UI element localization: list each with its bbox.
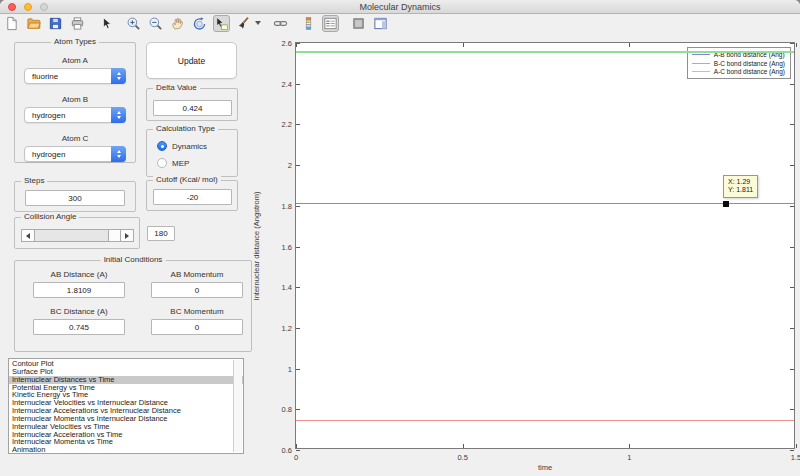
list-items: Contour PlotSurface PlotInternuclear Dis… xyxy=(9,360,243,454)
x-tick-mark xyxy=(463,444,464,448)
y-tick-mark xyxy=(296,369,300,370)
legend-icon[interactable] xyxy=(322,15,339,32)
print-icon[interactable] xyxy=(69,15,86,32)
y-tick-mark xyxy=(296,124,300,125)
steps-field[interactable]: 300 xyxy=(25,190,125,206)
ic-label: AB Distance (A) xyxy=(51,270,108,279)
y-tick-mark xyxy=(296,328,300,329)
save-icon[interactable] xyxy=(47,15,64,32)
y-tick-label: 1 xyxy=(267,365,292,374)
y-tick-mark xyxy=(296,450,300,451)
radio-dynamics[interactable]: Dynamics xyxy=(157,141,237,151)
brush-icon[interactable] xyxy=(235,15,252,32)
x-tick-mark xyxy=(796,444,797,448)
y-tick-label: 2 xyxy=(267,161,292,170)
cutoff-title: Cutoff (Kcal/ mol) xyxy=(153,175,221,184)
new-file-icon[interactable] xyxy=(3,15,20,32)
ic-cell: BC Momentum0 xyxy=(151,307,243,335)
window-title: Molecular Dynamics xyxy=(0,0,800,14)
x-tick-mark xyxy=(629,43,630,47)
slider-track[interactable] xyxy=(35,230,120,241)
a-c-bond-distance-ang-swatch xyxy=(692,71,710,72)
slider-thumb[interactable] xyxy=(108,230,120,241)
atom-c-select[interactable]: hydrogen xyxy=(24,146,126,162)
atom-types-panel: Atom Types Atom AfluorineAtom BhydrogenA… xyxy=(14,42,136,163)
pan-hand-icon[interactable] xyxy=(169,15,186,32)
radio-label: MEP xyxy=(172,159,189,168)
radio-icon xyxy=(157,141,167,151)
cutoff-panel: Cutoff (Kcal/ mol) -20 xyxy=(146,180,238,211)
left-triangle-icon xyxy=(26,233,30,239)
atom-label: Atom A xyxy=(62,56,88,65)
colorbar-icon[interactable] xyxy=(300,15,317,32)
select-value: fluorine xyxy=(32,72,58,81)
slider-right-arrow[interactable] xyxy=(120,230,133,241)
link-plots-icon[interactable] xyxy=(272,15,289,32)
atom-b-select[interactable]: hydrogen xyxy=(24,107,126,123)
delta-value-field[interactable]: 0.424 xyxy=(153,100,232,116)
list-item[interactable]: Animation xyxy=(9,446,243,454)
arrow-cursor-icon[interactable] xyxy=(97,15,114,32)
calculation-type-panel: Calculation Type DynamicsMEP xyxy=(146,129,238,177)
toolbar-group xyxy=(300,15,339,32)
toolbar-group xyxy=(3,15,86,32)
select-value: hydrogen xyxy=(32,111,65,120)
update-button[interactable]: Update xyxy=(146,42,237,79)
zoom-out-icon[interactable] xyxy=(147,15,164,32)
y-tick-mark xyxy=(296,287,300,288)
y-tick-mark xyxy=(296,247,300,248)
bc-momentum-field[interactable]: 0 xyxy=(151,319,243,335)
initial-conditions-panel: Initial Conditions AB Distance (A)1.8109… xyxy=(14,260,252,352)
y-tick-mark xyxy=(790,43,794,44)
y-tick-mark xyxy=(790,165,794,166)
collision-angle-slider[interactable] xyxy=(21,229,134,242)
atom-label: Atom B xyxy=(62,95,88,104)
a-b-bond-distance-ang-swatch xyxy=(692,54,710,55)
dock-figure-icon[interactable] xyxy=(372,15,389,32)
steps-panel: Steps 300 xyxy=(14,181,136,212)
bc-distance-a-field[interactable]: 0.745 xyxy=(33,319,125,335)
title-bar[interactable]: Molecular Dynamics xyxy=(0,0,800,14)
list-scrollbar[interactable] xyxy=(233,360,242,452)
plot-axes[interactable]: Internuclear distance (Angstrom) time A-… xyxy=(295,42,795,449)
atom-label: Atom C xyxy=(62,134,89,143)
ab-momentum-field[interactable]: 0 xyxy=(151,282,243,298)
rotate-3d-icon[interactable] xyxy=(191,15,208,32)
delta-value-title: Delta Value xyxy=(153,83,200,92)
slider-left-arrow[interactable] xyxy=(22,230,35,241)
ic-label: AB Momentum xyxy=(171,270,224,279)
x-tick-label: 0 xyxy=(284,453,308,462)
data-tip-marker[interactable] xyxy=(723,201,729,207)
y-tick-mark xyxy=(296,206,300,207)
y-tick-mark xyxy=(790,206,794,207)
collision-angle-panel: Collision Angle xyxy=(14,217,140,249)
x-axis-label: time xyxy=(296,463,794,472)
x-tick-mark xyxy=(796,43,797,47)
zoom-in-icon[interactable] xyxy=(125,15,142,32)
collision-angle-field[interactable]: 180 xyxy=(147,226,175,241)
legend-entry: A-C bond distance (Ang) xyxy=(692,68,785,75)
y-tick-label: 1.4 xyxy=(267,283,292,292)
b-c-bond-distance-ang-swatch xyxy=(692,63,710,64)
legend-label: B-C bond distance (Ang) xyxy=(714,60,785,67)
ab-distance-a-field[interactable]: 1.8109 xyxy=(33,282,125,298)
select-value: hydrogen xyxy=(32,150,65,159)
hide-plot-tools-icon[interactable] xyxy=(350,15,367,32)
y-tick-mark xyxy=(790,369,794,370)
brush-dropdown-caret[interactable] xyxy=(255,21,261,25)
open-file-icon[interactable] xyxy=(25,15,42,32)
ic-label: BC Momentum xyxy=(170,307,223,316)
plot-type-list[interactable]: Contour PlotSurface PlotInternuclear Dis… xyxy=(8,358,244,454)
y-tick-mark xyxy=(790,124,794,125)
atom-rows: Atom AfluorineAtom BhydrogenAtom Chydrog… xyxy=(15,43,135,173)
y-tick-label: 2.4 xyxy=(267,80,292,89)
x-tick-mark xyxy=(463,43,464,47)
y-tick-label: 0.8 xyxy=(267,405,292,414)
data-tip[interactable]: X: 1.29Y: 1.811 xyxy=(723,175,758,198)
cutoff-field[interactable]: -20 xyxy=(153,189,232,205)
radio-mep[interactable]: MEP xyxy=(157,158,237,168)
data-cursor-icon[interactable] xyxy=(213,15,230,32)
initial-grid: AB Distance (A)1.8109AB Momentum0BC Dist… xyxy=(15,261,251,344)
collision-angle-title: Collision Angle xyxy=(21,212,79,221)
atom-a-select[interactable]: fluorine xyxy=(24,68,126,84)
